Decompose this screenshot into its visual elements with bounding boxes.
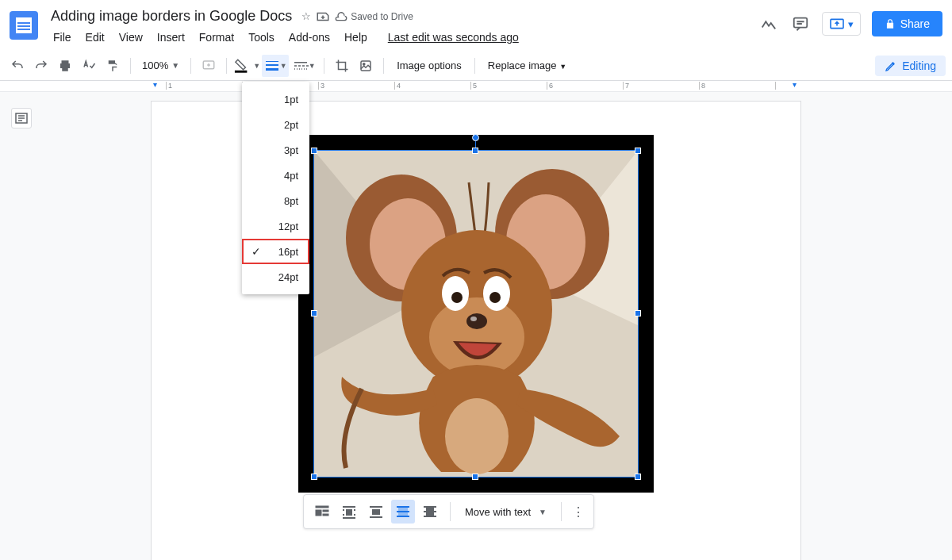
document-canvas[interactable]: [0, 92, 952, 560]
svg-rect-31: [343, 509, 344, 511]
border-weight-option[interactable]: 2pt: [242, 112, 309, 137]
last-edit-link[interactable]: Last edit was seconds ago: [382, 28, 524, 47]
svg-rect-30: [346, 509, 352, 516]
zoom-select[interactable]: 100%▼: [137, 59, 184, 71]
header-actions: ▾ Share: [758, 6, 942, 36]
wrap-behind-button[interactable]: [391, 500, 415, 524]
border-color-button[interactable]: ▼: [233, 55, 260, 77]
svg-rect-6: [266, 68, 278, 71]
redo-button[interactable]: [30, 55, 52, 77]
docs-logo-icon[interactable]: [10, 11, 38, 40]
menu-help[interactable]: Help: [339, 28, 373, 47]
menu-format[interactable]: Format: [194, 28, 240, 47]
editing-mode-button[interactable]: Editing: [875, 56, 946, 76]
comments-icon[interactable]: [790, 13, 811, 34]
menu-tools[interactable]: Tools: [243, 28, 280, 47]
svg-rect-26: [316, 510, 321, 516]
svg-rect-36: [370, 506, 382, 508]
reset-image-button[interactable]: [355, 55, 377, 77]
app-header: Adding image borders in Google Docs ☆ Sa…: [0, 0, 952, 51]
border-weight-option[interactable]: 1pt: [242, 86, 309, 112]
chevron-down-icon: ▼: [539, 508, 547, 516]
more-options-button[interactable]: ⋮: [568, 504, 589, 520]
svg-rect-3: [235, 70, 247, 72]
spellcheck-button[interactable]: [78, 55, 100, 77]
move-with-text-select[interactable]: Move with text ▼: [457, 506, 555, 518]
paint-format-button[interactable]: [102, 55, 124, 77]
toolbar: 100%▼ ▼ ▼ ▼ Image options Replace image …: [0, 51, 952, 81]
print-button[interactable]: [54, 55, 76, 77]
star-icon[interactable]: ☆: [301, 10, 311, 22]
svg-point-22: [466, 313, 487, 329]
svg-rect-46: [426, 508, 434, 516]
svg-rect-32: [343, 514, 344, 516]
svg-rect-40: [397, 506, 409, 508]
replace-image-button[interactable]: Replace image ▼: [482, 56, 573, 75]
share-label: Share: [900, 17, 930, 30]
border-weight-option[interactable]: 3pt: [242, 137, 309, 163]
svg-rect-25: [316, 506, 328, 508]
wrap-inline-button[interactable]: [310, 500, 334, 524]
menu-view[interactable]: View: [113, 28, 148, 47]
svg-rect-34: [354, 514, 355, 516]
svg-rect-33: [354, 509, 355, 511]
document-title[interactable]: Adding image borders in Google Docs: [48, 6, 295, 26]
saved-status[interactable]: Saved to Drive: [335, 10, 413, 23]
inserted-image[interactable]: [298, 135, 654, 493]
wrap-front-button[interactable]: [418, 500, 442, 524]
svg-rect-43: [424, 506, 436, 508]
svg-point-20: [451, 292, 463, 303]
chevron-down-icon: ▾: [848, 18, 854, 30]
chevron-down-icon: ▼: [171, 61, 179, 70]
svg-rect-29: [343, 506, 355, 508]
border-weight-button[interactable]: ▼: [262, 55, 289, 77]
svg-rect-7: [294, 62, 307, 63]
menu-bar: File Edit View Insert Format Tools Add-o…: [48, 28, 524, 47]
svg-point-21: [489, 292, 501, 303]
svg-rect-5: [266, 64, 278, 66]
image-options-button[interactable]: Image options: [390, 56, 468, 75]
svg-point-23: [470, 316, 477, 321]
border-weight-option[interactable]: 24pt: [242, 264, 309, 290]
menu-edit[interactable]: Edit: [80, 28, 110, 47]
border-dash-button[interactable]: ▼: [290, 55, 317, 77]
activity-icon[interactable]: [758, 13, 779, 34]
svg-rect-38: [370, 516, 382, 518]
chevron-down-icon: ▼: [559, 63, 566, 71]
horizontal-ruler[interactable]: ▾ 1 2 3 4 5 6 7 8 ▾: [0, 81, 952, 92]
border-weight-dropdown: 1pt 2pt 3pt 4pt 8pt 12pt 16pt 24pt: [242, 82, 309, 294]
svg-rect-4: [266, 61, 278, 62]
svg-point-24: [445, 398, 509, 474]
title-area: Adding image borders in Google Docs ☆ Sa…: [48, 6, 524, 47]
menu-addons[interactable]: Add-ons: [283, 28, 336, 47]
svg-rect-37: [372, 509, 380, 515]
border-weight-option[interactable]: 8pt: [242, 188, 309, 213]
crop-button[interactable]: [331, 55, 353, 77]
border-weight-option[interactable]: 4pt: [242, 163, 309, 188]
outline-toggle-button[interactable]: [11, 108, 32, 128]
svg-point-9: [363, 63, 365, 64]
image-floating-toolbar: Move with text ▼ ⋮: [303, 494, 594, 529]
wrap-text-button[interactable]: [337, 500, 361, 524]
svg-rect-41: [397, 511, 409, 512]
svg-rect-28: [323, 514, 328, 516]
menu-file[interactable]: File: [48, 28, 77, 47]
undo-button[interactable]: [6, 55, 29, 77]
svg-rect-42: [397, 516, 409, 517]
border-weight-option-selected[interactable]: 16pt: [242, 239, 309, 264]
add-comment-button[interactable]: [198, 55, 220, 77]
svg-rect-27: [323, 510, 328, 512]
menu-insert[interactable]: Insert: [152, 28, 190, 47]
present-button[interactable]: ▾: [822, 12, 861, 36]
wrap-break-button[interactable]: [364, 500, 388, 524]
share-button[interactable]: Share: [872, 11, 942, 36]
move-icon[interactable]: [316, 10, 330, 24]
svg-rect-35: [343, 517, 355, 519]
svg-rect-0: [793, 18, 807, 28]
border-weight-option[interactable]: 12pt: [242, 213, 309, 239]
